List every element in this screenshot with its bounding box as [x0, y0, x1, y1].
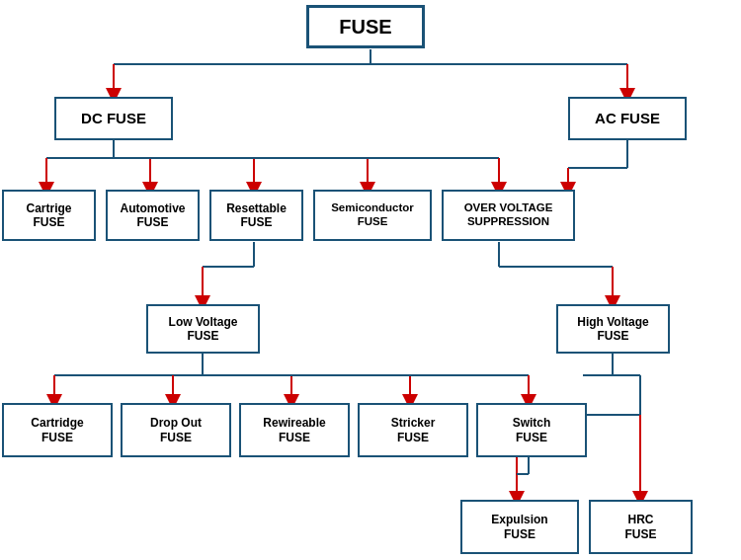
fuse-diagram: FUSE DC FUSE AC FUSE CartrigeFUSE Automo…: [0, 0, 741, 560]
switch-fuse-node: SwitchFUSE: [476, 403, 587, 457]
automotive-fuse-node: AutomotiveFUSE: [106, 190, 200, 241]
diagram-lines: [0, 0, 741, 560]
resettable-fuse-node: ResettableFUSE: [209, 190, 303, 241]
over-voltage-node: OVER VOLTAGESUPPRESSION: [442, 190, 575, 241]
stricker-fuse-node: StrickerFUSE: [358, 403, 468, 457]
cartridge-fuse-bottom-node: CartridgeFUSE: [2, 403, 113, 457]
dc-fuse-node: DC FUSE: [54, 97, 173, 140]
low-voltage-fuse-node: Low VoltageFUSE: [146, 304, 260, 354]
rewireable-fuse-node: RewireableFUSE: [239, 403, 350, 457]
high-voltage-fuse-node: High VoltageFUSE: [556, 304, 670, 354]
drop-out-fuse-node: Drop OutFUSE: [121, 403, 231, 457]
semiconductor-fuse-node: SemiconductorFUSE: [313, 190, 432, 241]
hrc-fuse-node: HRCFUSE: [589, 500, 693, 554]
fuse-root: FUSE: [306, 5, 425, 48]
expulsion-fuse-node: ExpulsionFUSE: [460, 500, 579, 554]
cartrige-fuse-node: CartrigeFUSE: [2, 190, 96, 241]
ac-fuse-node: AC FUSE: [568, 97, 687, 140]
